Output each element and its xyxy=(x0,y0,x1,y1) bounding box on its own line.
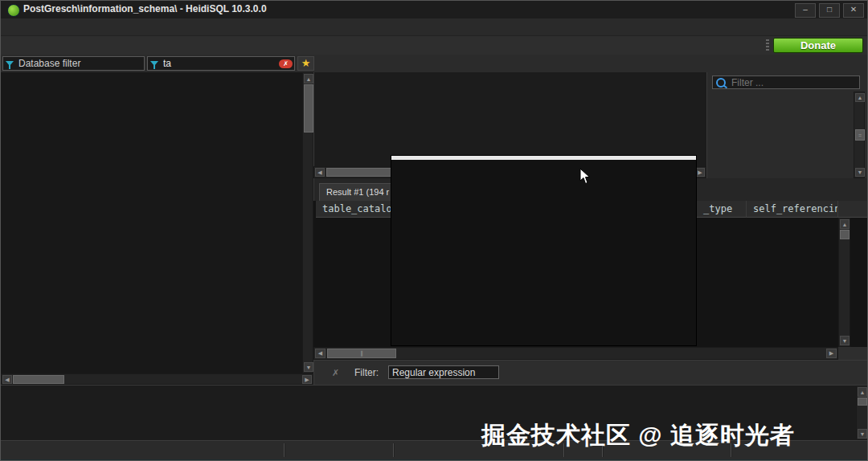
grid-filter-row: ✗ Filter: xyxy=(313,360,868,386)
dropdown-scroll-strip[interactable] xyxy=(391,156,696,160)
scroll-up-icon[interactable]: ▲ xyxy=(304,74,313,84)
sql-editor[interactable] xyxy=(313,72,707,166)
menu-bar xyxy=(1,18,868,36)
mouse-cursor xyxy=(579,168,592,185)
funnel-icon xyxy=(6,61,14,66)
scrollbar-thumb[interactable]: ∥ xyxy=(327,349,396,358)
scroll-left-icon[interactable]: ◀ xyxy=(2,375,12,384)
scroll-down-icon[interactable]: ▼ xyxy=(304,362,313,372)
watermark-text: 掘金技术社区 @ 追逐时光者 xyxy=(481,419,795,452)
toolbar-grip xyxy=(766,39,769,52)
scroll-up-icon[interactable]: ▲ xyxy=(858,387,867,397)
scroll-down-icon[interactable]: ▼ xyxy=(855,168,865,177)
scroll-left-icon[interactable]: ◀ xyxy=(315,349,326,358)
search-icon xyxy=(716,78,726,88)
scroll-down-icon[interactable]: ▼ xyxy=(858,429,867,439)
database-tree xyxy=(1,72,313,373)
helpers-scrollbar[interactable]: ▲ = ▼ xyxy=(854,92,865,178)
grid-horizontal-scrollbar[interactable]: ◀ ∥ ▶ xyxy=(313,347,838,360)
clear-grid-filter-icon[interactable]: ✗ xyxy=(332,368,339,378)
maximize-button[interactable]: □ xyxy=(819,3,840,18)
column-header-filler xyxy=(838,201,868,218)
scroll-right-icon[interactable]: ▶ xyxy=(826,349,837,358)
minimize-button[interactable]: – xyxy=(795,3,816,18)
scrollbar-thumb[interactable] xyxy=(840,230,850,239)
scrollbar-thumb[interactable] xyxy=(304,84,313,133)
toolbar xyxy=(1,36,768,55)
table-filter-box: ✗ xyxy=(147,56,295,71)
window-controls: – □ ✕ xyxy=(795,3,864,18)
scroll-up-icon[interactable]: ▲ xyxy=(855,93,865,102)
result-tab[interactable]: Result #1 (194 r › xyxy=(319,183,402,201)
donate-button[interactable]: Donate xyxy=(773,38,863,53)
grid-vertical-scrollbar[interactable]: ▲ ▼ xyxy=(838,218,850,347)
grid-filter-label: Filter: xyxy=(354,367,379,378)
scroll-right-icon[interactable]: ▶ xyxy=(302,375,312,384)
database-filter-input[interactable] xyxy=(17,57,144,70)
scrollbar-thumb[interactable] xyxy=(13,375,64,384)
window-title: PostGresch\information_schema\ - HeidiSQ… xyxy=(23,3,267,14)
scrollbar-thumb[interactable] xyxy=(858,398,867,406)
grid-filter-input[interactable] xyxy=(388,365,499,379)
scroll-up-icon[interactable]: ▲ xyxy=(840,219,850,229)
tree-vertical-scrollbar[interactable]: ▲ ▼ xyxy=(302,72,313,373)
table-filter-input[interactable] xyxy=(162,57,279,70)
close-button[interactable]: ✕ xyxy=(843,3,864,18)
favorites-star-button[interactable]: ★ xyxy=(297,56,314,71)
helpers-filter-input[interactable] xyxy=(730,76,859,89)
autocomplete-dropdown xyxy=(391,155,697,346)
scrollbar-thumb[interactable] xyxy=(326,168,397,177)
column-header-type[interactable]: _type xyxy=(697,201,747,218)
heidisql-logo-icon xyxy=(7,4,20,17)
heidisql-window: PostGresch\information_schema\ - HeidiSQ… xyxy=(0,0,868,461)
funnel-icon xyxy=(150,61,158,66)
scroll-left-icon[interactable]: ◀ xyxy=(315,168,325,177)
title-bar: PostGresch\information_schema\ - HeidiSQ… xyxy=(1,1,868,18)
filter-tab-row: ✗ ★ xyxy=(1,55,868,73)
scrollbar-thumb[interactable]: = xyxy=(855,129,865,141)
scroll-down-icon[interactable]: ▼ xyxy=(840,336,850,345)
tree-horizontal-scrollbar[interactable]: ◀ ▶ xyxy=(1,373,313,385)
column-header-table-catalog[interactable]: table_catalog xyxy=(316,201,394,218)
clear-filter-icon[interactable]: ✗ xyxy=(279,59,293,68)
query-helpers-panel: ▲ = ▼ xyxy=(706,72,868,182)
column-header-self-referencing[interactable]: self_referencing_col xyxy=(747,201,838,218)
log-vertical-scrollbar[interactable]: ▲ ▼ xyxy=(856,386,868,440)
helpers-filter-box xyxy=(712,75,860,89)
result-tab-label: Result #1 (194 r xyxy=(326,187,389,197)
database-filter-box xyxy=(2,56,145,71)
status-divider xyxy=(284,443,285,457)
status-divider xyxy=(393,443,395,457)
